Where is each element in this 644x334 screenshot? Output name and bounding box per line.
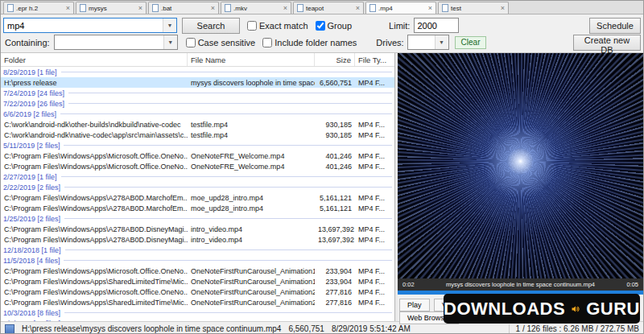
group-row[interactable]: 5/11/2019 [2 files] (1, 140, 394, 151)
group-label: 6/6/2019 [2 files] (1, 110, 56, 118)
containing-input[interactable] (55, 35, 163, 49)
cell-size: 277,816 (315, 299, 355, 307)
cell-name: testfile.mp4 (188, 131, 315, 139)
search-combo[interactable]: ▼ (3, 18, 177, 33)
cell-folder: H:\press release (1, 79, 188, 87)
downloads-guru-watermark: DOWNLOADS GURU (444, 294, 640, 324)
file-row[interactable]: C:\Program Files\WindowsApps\A278AB0D.Ma… (1, 203, 394, 213)
status-selected-size: 6,560,751 (288, 324, 324, 333)
document-icon (442, 4, 448, 12)
schedule-button[interactable]: Schedule (589, 18, 641, 34)
cell-name: mysys discovers loophole in time space c… (188, 79, 315, 87)
close-icon[interactable]: × (66, 5, 70, 12)
close-icon[interactable]: × (138, 5, 142, 12)
group-label: 1/25/2019 [2 files] (1, 215, 60, 223)
include-folder-names-checkbox-input[interactable] (262, 38, 272, 47)
create-new-db-button[interactable]: Create new DB (573, 35, 641, 51)
video-frame[interactable] (398, 53, 643, 278)
group-row[interactable]: 7/24/2019 [24 files] (1, 88, 394, 98)
file-row[interactable]: C:\Program Files\WindowsApps\Microsoft.O… (1, 161, 394, 171)
file-row[interactable]: C:\Program Files\WindowsApps\Microsoft.O… (1, 151, 394, 161)
cell-name: OneNoteFirstRunCarousel_Animation2.mp4 (188, 288, 315, 296)
group-label: Group (328, 21, 353, 31)
file-row[interactable]: H:\press releasemysys discovers loophole… (1, 77, 394, 88)
chevron-down-icon[interactable]: ▼ (435, 35, 448, 49)
group-label: 11/5/2018 [4 files] (1, 257, 60, 265)
toolbar-row-2: Containing: ▼ Case sensitive Include fol… (3, 34, 641, 51)
close-icon[interactable]: × (283, 5, 287, 12)
watermark-text-right: GURU (586, 299, 640, 320)
close-icon[interactable]: × (501, 5, 505, 12)
containing-combo[interactable]: ▼ (54, 35, 178, 50)
file-row[interactable]: C:\Program Files\WindowsApps\A278AB0D.Di… (1, 234, 394, 245)
group-row[interactable]: 1/25/2019 [2 files] (1, 213, 394, 224)
clear-button[interactable]: Clear (455, 36, 487, 49)
group-row[interactable]: 12/18/2018 [1 file] (1, 245, 394, 255)
group-row[interactable]: 2/22/2019 [2 files] (1, 182, 394, 192)
group-divider-line (64, 187, 392, 188)
preview-pane: 0:02 mysys discovers loophole in time sp… (398, 53, 643, 321)
group-divider-line (64, 260, 392, 261)
cell-name: OneNoteFirstRunCarousel_Animation2.mp4 (188, 299, 315, 307)
group-row[interactable]: 10/3/2018 [8 files] (1, 307, 394, 318)
include-folder-names-checkbox[interactable]: Include folder names (262, 38, 357, 47)
chevron-down-icon[interactable]: ▼ (163, 19, 176, 32)
group-row[interactable]: 9/4/2018 [12 files] (1, 318, 394, 321)
case-sensitive-label: Case sensitive (198, 38, 256, 47)
group-row[interactable]: 2/27/2019 [1 file] (1, 171, 394, 182)
group-row[interactable]: 6/6/2019 [2 files] (1, 109, 394, 119)
column-header-file-name[interactable]: File Name (188, 53, 315, 66)
close-icon[interactable]: × (428, 5, 432, 12)
cell-size: 5,161,121 (315, 194, 355, 202)
file-row[interactable]: C:\Program Files\WindowsApps\Microsoft.O… (1, 266, 394, 276)
file-row[interactable]: C:\Program Files\WindowsApps\A278AB0D.Ma… (1, 192, 394, 203)
cell-ftype: MP4 F... (355, 278, 394, 286)
tab-eprh2[interactable]: .epr h.2× (3, 2, 74, 14)
file-row[interactable]: C:\work\android-ndk\native-codec\app\src… (1, 130, 394, 140)
chevron-down-icon[interactable]: ▼ (163, 35, 177, 49)
cell-name: intro_video.mp4 (188, 236, 315, 244)
tab-label: teapot (306, 5, 353, 12)
file-row[interactable]: C:\Program Files\WindowsApps\SharedLimit… (1, 297, 394, 307)
speaker-icon (571, 301, 580, 317)
drives-combo[interactable]: ▼ (407, 35, 449, 50)
group-row[interactable]: 7/22/2019 [26 files] (1, 98, 394, 109)
player-video-title: mysys discovers loophole in time space c… (419, 281, 622, 288)
close-icon[interactable]: × (356, 5, 360, 12)
tab-mp4[interactable]: .mp4× (365, 2, 436, 14)
tab-mkv[interactable]: .mkv× (221, 2, 291, 14)
file-row[interactable]: C:\Program Files\WindowsApps\SharedLimit… (1, 276, 394, 287)
group-checkbox[interactable]: Group (316, 21, 353, 31)
case-sensitive-checkbox-input[interactable] (186, 38, 196, 47)
tab-mysys[interactable]: mysys× (76, 2, 147, 14)
group-checkbox-input[interactable] (316, 21, 325, 31)
column-header-file-type[interactable]: File Ty... (355, 53, 394, 66)
tab-label: mysys (89, 5, 136, 12)
search-button[interactable]: Search (182, 18, 240, 34)
tab-label: .bat (161, 5, 208, 12)
group-row[interactable]: 11/5/2018 [4 files] (1, 255, 394, 266)
drives-input[interactable] (408, 35, 435, 49)
close-icon[interactable]: × (211, 5, 215, 12)
group-label: 7/22/2019 [26 files] (1, 100, 64, 108)
file-row[interactable]: C:\work\android-ndk\other-builds\ndkbuil… (1, 119, 394, 130)
tab-bat[interactable]: .bat× (148, 2, 219, 14)
group-row[interactable]: 8/29/2019 [1 file] (1, 67, 394, 77)
tab-teapot[interactable]: teapot× (293, 2, 364, 14)
search-input[interactable] (4, 19, 163, 32)
limit-input[interactable] (414, 18, 459, 33)
exact-match-checkbox-input[interactable] (247, 21, 257, 31)
tab-test[interactable]: test× (438, 2, 509, 14)
case-sensitive-checkbox[interactable]: Case sensitive (186, 38, 256, 47)
cell-size: 277,816 (315, 288, 355, 296)
status-selected-path: H:\press release\mysys discovers loophol… (22, 324, 281, 333)
group-divider-line (64, 218, 392, 219)
cell-size: 930,185 (315, 131, 355, 139)
column-header-folder[interactable]: Folder (1, 53, 188, 66)
toolbar-row-1: ▼ Search Exact match Group Limit: Schedu… (3, 17, 641, 34)
file-row[interactable]: C:\Program Files\WindowsApps\A278AB0D.Di… (1, 224, 394, 234)
cell-folder: C:\Program Files\WindowsApps\A278AB0D.Di… (1, 236, 188, 244)
file-row[interactable]: C:\Program Files\WindowsApps\Microsoft.O… (1, 287, 394, 297)
column-header-size[interactable]: Size (315, 53, 355, 66)
exact-match-checkbox[interactable]: Exact match (247, 21, 308, 31)
